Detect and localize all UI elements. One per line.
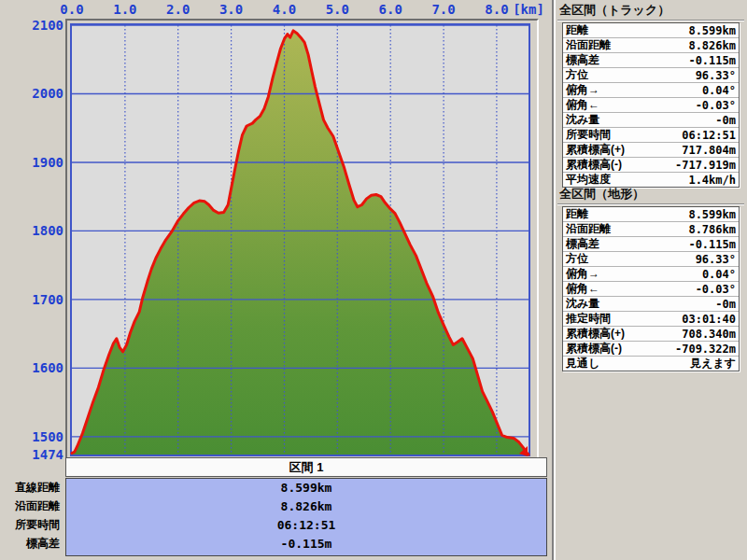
stat-value: 06:12:51 <box>682 129 736 142</box>
section-row-label: 標高差 <box>0 534 60 553</box>
stat-value: 8.826km <box>688 39 736 52</box>
section-row-value: -0.115m <box>66 535 546 553</box>
stat-value: 見えます <box>690 356 736 371</box>
stat-label: 俯角→ <box>566 82 599 98</box>
stat-row: 沿面距離8.826km <box>563 38 739 53</box>
stat-label: 俯角→ <box>566 266 599 282</box>
stat-row: 俯角←-0.03° <box>563 98 739 113</box>
stat-row: 累積標高(+)717.804m <box>563 143 739 158</box>
panel-track-table: 距離8.599km沿面距離8.826km標高差-0.115m方位96.33°俯角… <box>562 22 740 188</box>
stat-label: 方位 <box>566 67 588 83</box>
stat-value: 8.599km <box>688 208 736 221</box>
section-row-label: 沿面距離 <box>0 497 60 515</box>
y-tick-label: 1474 <box>7 447 63 462</box>
panel-terrain-title: 全区間（地形） <box>557 184 744 204</box>
y-tick-label: 1800 <box>7 223 63 238</box>
y-tick-label: 1900 <box>7 155 63 170</box>
panel-whole-track: 全区間（トラック） 距離8.599km沿面距離8.826km標高差-0.115m… <box>557 0 744 188</box>
stat-value: 0.04° <box>702 268 736 281</box>
stat-label: 累積標高(+) <box>566 326 625 342</box>
stat-row: 俯角←-0.03° <box>563 282 739 297</box>
stat-row: 標高差-0.115m <box>563 237 739 252</box>
stat-label: 累積標高(-) <box>566 157 622 173</box>
stat-value: -0.115m <box>688 238 736 251</box>
x-tick-label: 1.0 <box>113 2 136 17</box>
section-row-value: 8.826km <box>66 497 546 516</box>
stat-label: 沈み量 <box>566 296 599 312</box>
stat-row: 見通し見えます <box>563 357 739 371</box>
x-tick-label: 8.0 <box>485 2 508 17</box>
y-tick-label: 2100 <box>7 18 63 33</box>
stat-row: 所要時間06:12:51 <box>563 128 739 143</box>
stat-value: -0.115m <box>688 54 736 67</box>
stat-row: 沈み量-0m <box>563 113 739 128</box>
stat-label: 標高差 <box>566 52 599 68</box>
section-row-label: 所要時間 <box>0 515 60 534</box>
stat-row: 累積標高(+)708.340m <box>563 327 739 342</box>
stat-value: 96.33° <box>696 253 736 266</box>
stat-row: 俯角→0.04° <box>563 83 739 98</box>
section-label-column: 直線距離沿面距離所要時間標高差 <box>0 478 60 553</box>
stat-row: 方位96.33° <box>563 68 739 83</box>
stat-row: 累積標高(-)-717.919m <box>563 158 739 173</box>
stat-label: 見通し <box>566 356 599 371</box>
x-tick-label: 4.0 <box>273 2 296 17</box>
section-header: 区間 1 <box>65 457 547 477</box>
stat-label: 俯角← <box>566 97 599 113</box>
x-axis-unit-label: [km] <box>513 2 544 17</box>
pane-divider <box>552 0 556 560</box>
y-tick-label: 1700 <box>7 292 63 307</box>
stat-value: 717.804m <box>682 144 736 157</box>
y-tick-label: 1500 <box>7 429 63 444</box>
section-row-value: 06:12:51 <box>66 516 546 535</box>
y-tick-label: 2000 <box>7 86 63 101</box>
stat-label: 距離 <box>566 206 588 222</box>
stat-label: 所要時間 <box>566 127 611 143</box>
stat-value: -0.03° <box>696 99 736 112</box>
x-tick-label: 2.0 <box>166 2 190 17</box>
elevation-profile-svg <box>72 25 529 455</box>
stat-value: 8.786km <box>688 223 736 236</box>
x-tick-label: 6.0 <box>379 2 402 17</box>
stat-row: 距離8.599km <box>563 23 739 38</box>
x-tick-label: 0.0 <box>60 2 83 17</box>
stat-value: -709.322m <box>675 343 736 356</box>
stat-label: 累積標高(-) <box>566 341 622 357</box>
stat-label: 沿面距離 <box>566 221 611 237</box>
x-tick-label: 5.0 <box>326 2 349 17</box>
stat-value: -0m <box>715 298 736 311</box>
section-row-label: 直線距離 <box>0 478 60 497</box>
stat-row: 標高差-0.115m <box>563 53 739 68</box>
stat-row: 方位96.33° <box>563 252 739 267</box>
stat-value: 8.599km <box>688 24 736 37</box>
stat-value: -0.03° <box>696 283 736 296</box>
stat-label: 沈み量 <box>566 112 599 128</box>
stat-row: 累積標高(-)-709.322m <box>563 342 739 357</box>
stat-value: -0m <box>715 114 736 127</box>
stat-row: 沈み量-0m <box>563 297 739 312</box>
stat-value: 708.340m <box>682 328 736 341</box>
stat-label: 推定時間 <box>566 311 611 327</box>
panel-track-title: 全区間（トラック） <box>557 0 744 21</box>
stat-value: 96.33° <box>696 69 736 82</box>
panel-whole-terrain: 全区間（地形） 距離8.599km沿面距離8.786km標高差-0.115m方位… <box>557 184 744 371</box>
stat-row: 沿面距離8.786km <box>563 222 739 237</box>
plot-area[interactable] <box>70 23 530 456</box>
stat-label: 沿面距離 <box>566 37 611 53</box>
stat-label: 標高差 <box>566 236 599 252</box>
section-row-value: 8.599km <box>66 479 546 497</box>
panel-terrain-table: 距離8.599km沿面距離8.786km標高差-0.115m方位96.33°俯角… <box>562 206 740 371</box>
y-tick-label: 1600 <box>7 360 63 375</box>
section-value-table[interactable]: 8.599km8.826km06:12:51-0.115m <box>65 478 547 556</box>
stat-label: 累積標高(+) <box>566 142 625 158</box>
stat-row: 俯角→0.04° <box>563 267 739 282</box>
stat-row: 推定時間03:01:40 <box>563 312 739 327</box>
stat-value: 03:01:40 <box>682 313 736 326</box>
stat-value: -717.919m <box>675 159 736 172</box>
stat-label: 方位 <box>566 251 588 267</box>
stat-row: 距離8.599km <box>563 207 739 222</box>
x-tick-label: 7.0 <box>431 2 455 17</box>
stat-label: 俯角← <box>566 281 599 297</box>
x-tick-label: 3.0 <box>219 2 243 17</box>
stat-label: 距離 <box>566 22 588 38</box>
